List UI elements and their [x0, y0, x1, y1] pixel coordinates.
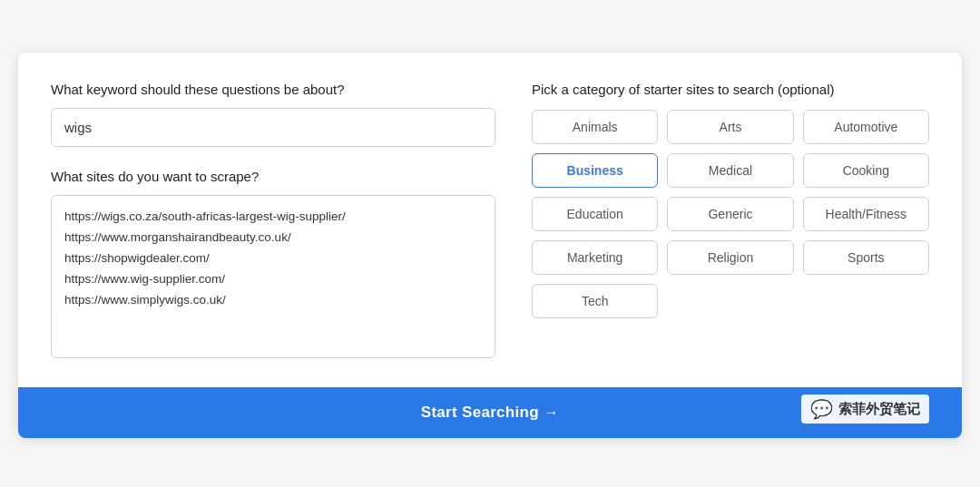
start-searching-label: Start Searching → — [421, 404, 559, 422]
category-animals[interactable]: Animals — [532, 110, 658, 144]
category-tech[interactable]: Tech — [532, 284, 658, 318]
category-business[interactable]: Business — [532, 153, 658, 188]
category-cooking[interactable]: Cooking — [803, 153, 929, 188]
category-education[interactable]: Education — [532, 197, 658, 231]
sites-textarea[interactable]: https://wigs.co.za/south-africas-largest… — [51, 195, 495, 358]
sites-label: What sites do you want to scrape? — [51, 169, 495, 184]
category-medical[interactable]: Medical — [667, 153, 793, 188]
category-sports[interactable]: Sports — [803, 240, 929, 275]
category-automotive[interactable]: Automotive — [803, 110, 929, 144]
keyword-input[interactable] — [51, 108, 495, 147]
category-religion[interactable]: Religion — [667, 240, 793, 275]
category-generic[interactable]: Generic — [667, 197, 793, 231]
category-arts[interactable]: Arts — [667, 110, 793, 144]
badge-text: 索菲外贸笔记 — [838, 401, 920, 418]
categories-grid: Animals Arts Automotive Business Medical… — [532, 110, 929, 318]
category-marketing[interactable]: Marketing — [532, 240, 658, 275]
category-health-fitness[interactable]: Health/Fitness — [803, 197, 929, 231]
category-header: Pick a category of starter sites to sear… — [532, 82, 929, 97]
wechat-icon: 💬 — [810, 398, 833, 420]
keyword-label: What keyword should these questions be a… — [51, 82, 495, 97]
